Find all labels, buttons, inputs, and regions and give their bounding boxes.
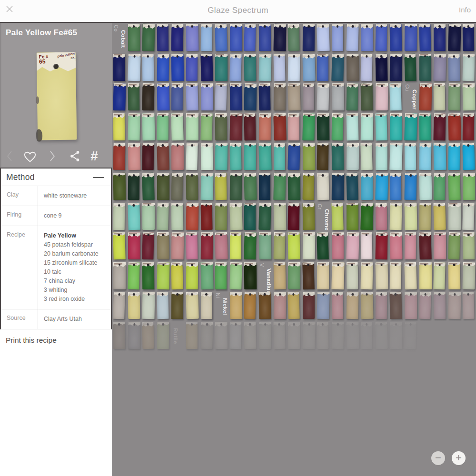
glaze-tile[interactable]: [171, 83, 183, 110]
glaze-tile[interactable]: [186, 113, 198, 140]
glaze-tile[interactable]: [142, 173, 154, 200]
glaze-tile[interactable]: [434, 113, 446, 140]
glaze-tile[interactable]: [128, 202, 140, 230]
glaze-tile[interactable]: [317, 173, 329, 200]
glaze-tile[interactable]: [142, 232, 154, 260]
glaze-tile[interactable]: [361, 262, 373, 289]
glaze-tile[interactable]: [201, 83, 213, 110]
glaze-tile[interactable]: [274, 143, 285, 170]
glaze-tile[interactable]: [113, 113, 125, 140]
glaze-tile[interactable]: [346, 292, 358, 319]
glaze-tile[interactable]: [273, 173, 286, 200]
glaze-tile[interactable]: [186, 24, 199, 51]
glaze-tile[interactable]: [375, 53, 387, 80]
glaze-tile[interactable]: [375, 262, 388, 289]
glaze-tile[interactable]: [332, 322, 344, 349]
glaze-tile[interactable]: [448, 113, 461, 140]
glaze-tile[interactable]: [302, 53, 315, 81]
glaze-tile[interactable]: [361, 292, 374, 319]
glaze-tile[interactable]: [331, 53, 344, 81]
glaze-tile[interactable]: [434, 24, 446, 51]
glaze-tile[interactable]: [303, 292, 315, 319]
glaze-tile[interactable]: [215, 143, 228, 170]
glaze-tile[interactable]: [302, 262, 314, 289]
glaze-tile[interactable]: [230, 292, 242, 319]
glaze-tile[interactable]: [128, 232, 140, 259]
glaze-tile[interactable]: [346, 173, 358, 200]
glaze-tile[interactable]: [448, 143, 460, 170]
glaze-tile[interactable]: [128, 113, 140, 140]
glaze-tile[interactable]: [113, 202, 125, 229]
glaze-tile[interactable]: [157, 202, 169, 230]
glaze-tile[interactable]: [463, 262, 476, 289]
glaze-tile[interactable]: [288, 202, 300, 229]
glaze-tile[interactable]: [375, 113, 387, 140]
glaze-tile[interactable]: [433, 202, 446, 230]
glaze-tile[interactable]: [171, 24, 184, 51]
glaze-tile[interactable]: [288, 232, 300, 259]
glaze-tile[interactable]: [376, 83, 388, 110]
glaze-tile[interactable]: [157, 322, 169, 349]
glaze-tile[interactable]: [463, 113, 474, 140]
glaze-tile[interactable]: [157, 53, 169, 80]
glaze-tile[interactable]: [215, 54, 228, 81]
glaze-tile[interactable]: [346, 53, 358, 80]
glaze-tile[interactable]: [433, 262, 445, 289]
glaze-tile[interactable]: [434, 232, 446, 259]
glaze-tile[interactable]: [390, 24, 402, 51]
glaze-tile[interactable]: [361, 53, 373, 80]
glaze-tile[interactable]: [259, 292, 271, 319]
glaze-tile[interactable]: [157, 173, 169, 200]
glaze-tile[interactable]: [288, 143, 300, 170]
glaze-tile[interactable]: [404, 262, 416, 289]
glaze-tile[interactable]: [390, 143, 403, 170]
glaze-tile[interactable]: [215, 173, 227, 200]
glaze-tile[interactable]: [419, 113, 430, 140]
glaze-tile[interactable]: [230, 83, 242, 110]
glaze-tile[interactable]: [405, 202, 417, 229]
glaze-tile[interactable]: [186, 322, 198, 349]
glaze-tile[interactable]: [230, 232, 241, 259]
glaze-tile[interactable]: [302, 322, 315, 349]
info-link[interactable]: Info: [459, 6, 471, 14]
glaze-tile[interactable]: [229, 53, 241, 81]
glaze-tile[interactable]: [434, 143, 446, 170]
glaze-tile[interactable]: [142, 53, 154, 80]
glaze-tile[interactable]: [405, 143, 416, 170]
glaze-tile[interactable]: [302, 173, 314, 200]
glaze-tile[interactable]: [361, 24, 373, 51]
glaze-tile[interactable]: [157, 83, 169, 110]
glaze-tile[interactable]: [405, 292, 417, 319]
glaze-tile[interactable]: [186, 202, 199, 229]
glaze-tile[interactable]: [229, 322, 241, 349]
glaze-tile[interactable]: [200, 232, 212, 259]
glaze-tile[interactable]: [244, 232, 257, 260]
glaze-tile[interactable]: [244, 262, 257, 289]
glaze-tile[interactable]: [346, 143, 358, 170]
glaze-tile[interactable]: [317, 292, 330, 319]
glaze-tile[interactable]: [346, 24, 358, 51]
glaze-tile[interactable]: [332, 24, 343, 51]
glaze-tile[interactable]: [463, 53, 475, 80]
glaze-tile[interactable]: [200, 262, 213, 289]
glaze-tile[interactable]: [273, 202, 286, 229]
glaze-tile[interactable]: [273, 24, 286, 51]
glaze-tile[interactable]: [390, 202, 402, 229]
glaze-tile[interactable]: [186, 262, 198, 289]
glaze-tile[interactable]: [288, 53, 300, 80]
glaze-tile[interactable]: [186, 83, 198, 111]
glaze-tile[interactable]: [361, 83, 373, 110]
glaze-tile[interactable]: [157, 292, 169, 319]
glaze-tile[interactable]: [258, 202, 271, 230]
glaze-tile[interactable]: [215, 322, 228, 349]
glaze-tile[interactable]: [361, 322, 372, 349]
glaze-tile[interactable]: [419, 173, 432, 200]
glaze-tile[interactable]: [215, 232, 228, 260]
glaze-tile[interactable]: [317, 232, 329, 260]
glaze-tile[interactable]: [419, 24, 431, 51]
glaze-tile[interactable]: [157, 24, 169, 51]
glaze-tile[interactable]: [229, 262, 242, 289]
glaze-tile[interactable]: [419, 143, 431, 170]
glaze-tile[interactable]: [288, 173, 300, 200]
glaze-tile[interactable]: [128, 292, 139, 319]
